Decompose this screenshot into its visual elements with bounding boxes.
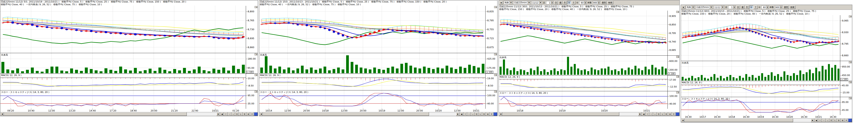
close-tool-button[interactable]: ✕ (672, 112, 676, 116)
fit-width-button[interactable]: ↔ (231, 112, 235, 116)
volume-plot[interactable]: 出来高 (0, 53, 246, 74)
spinner-arrows-icon[interactable]: ▲▼ (733, 6, 736, 9)
period-T-button[interactable]: T (572, 1, 576, 4)
pane-collapse-button[interactable]: ▼ (494, 91, 497, 93)
scrollbar-thumb[interactable] (502, 112, 619, 116)
clipped-tool-button[interactable] (676, 112, 679, 116)
pane-collapse-button[interactable]: ▼ (254, 53, 257, 56)
close-tool-button[interactable]: ✕ (490, 112, 493, 116)
zoom-out-button[interactable]: − (822, 118, 826, 122)
stoch-plot[interactable]: スロー・ストキャスティクス( 14, 3, 80, 20 ) (499, 91, 668, 109)
period-週-button[interactable]: 週 (741, 6, 744, 9)
day-mode-button[interactable]: D (657, 112, 660, 116)
bar-type-spinner[interactable]: 1▲▼ (546, 1, 554, 4)
chevron-down-icon[interactable]: ▼ (527, 1, 531, 4)
day-mode-button[interactable]: D (829, 118, 833, 122)
chevron-down-icon[interactable]: ▼ (710, 6, 713, 9)
zoom-out-button[interactable]: − (228, 112, 231, 116)
step-left-button[interactable]: ◀ (814, 118, 818, 122)
search-button[interactable]: 検索 (789, 6, 796, 9)
scroll-left-button[interactable]: ◀ (681, 118, 685, 122)
volume-plot[interactable]: 出来高 (499, 56, 668, 75)
contract-month-select[interactable]: 11/12▼ (714, 6, 724, 9)
period-週-button[interactable]: 週 (559, 1, 562, 4)
scrollbar-thumb[interactable] (263, 112, 429, 116)
instrument-type-select[interactable]: 先物▼ (686, 6, 695, 9)
pane-collapse-button[interactable]: ▼ (676, 76, 679, 78)
pane-collapse-button[interactable]: ▼ (494, 74, 497, 76)
period-日-button[interactable]: 日 (554, 1, 558, 4)
line-mode-button[interactable]: L (478, 112, 482, 116)
bar-count-spinner[interactable]: 900▲▼ (775, 6, 782, 9)
instrument-select[interactable]: 日経225mini▼ (513, 1, 531, 4)
price-plot[interactable] (259, 6, 485, 53)
price-plot[interactable] (499, 11, 668, 56)
apply-button[interactable]: 適用 (783, 6, 789, 9)
step-left-button[interactable]: ◀ (642, 112, 646, 116)
spinner-arrows-icon[interactable]: ▲▼ (551, 1, 553, 4)
chevron-down-icon[interactable]: ▼ (721, 6, 724, 9)
zoom-out-button[interactable]: − (467, 112, 471, 116)
price-plot[interactable] (0, 6, 246, 53)
scrollbar-track[interactable] (685, 118, 811, 122)
scrollbar-thumb[interactable] (4, 112, 187, 116)
magnify-button[interactable]: ⊕ (841, 118, 844, 122)
scrollbar-track[interactable] (502, 112, 638, 116)
pane-collapse-button[interactable]: ▼ (254, 74, 257, 76)
pane-collapse-button[interactable]: ▼ (254, 6, 257, 8)
zoom-out-button[interactable]: − (649, 112, 653, 116)
macd-plot[interactable]: MACD( 12, 26, 9 ) (681, 81, 840, 97)
period-月-button[interactable]: 月 (563, 1, 567, 4)
magnify-button[interactable]: ⊕ (486, 112, 490, 116)
scroll-right-button[interactable]: ▶ (217, 112, 220, 116)
line-mode-button[interactable]: L (660, 112, 664, 116)
toolbar-dropdown-button[interactable]: ▼ (681, 6, 685, 9)
spinner-arrows-icon[interactable]: ▲▼ (766, 6, 769, 9)
stoch-plot[interactable]: スロー・ストキャスティクス( 14, 3, 80, 20 ) (0, 91, 246, 109)
pane-collapse-button[interactable]: ▼ (676, 11, 679, 13)
bar-count-spinner[interactable]: 900▲▼ (593, 1, 600, 4)
bar-type-spinner[interactable]: 1▲▼ (728, 6, 736, 9)
scroll-right-button[interactable]: ▶ (456, 112, 460, 116)
volume-plot[interactable]: 出来高 (259, 53, 485, 74)
scroll-right-button[interactable]: ▶ (638, 112, 642, 116)
period-日-button[interactable]: 日 (736, 6, 740, 9)
period-分-button[interactable]: 分 (749, 6, 753, 9)
minutes-spinner[interactable]: 60▲▼ (579, 1, 587, 4)
chevron-down-icon[interactable]: ▼ (691, 6, 694, 9)
close-tool-button[interactable]: ✕ (250, 112, 254, 116)
line-mode-button[interactable]: L (239, 112, 243, 116)
bar-mode-button[interactable]: B (243, 112, 246, 116)
period-分-button[interactable]: 分 (567, 1, 571, 4)
bar-mode-button[interactable]: B (664, 112, 668, 116)
spinner-arrows-icon[interactable]: ▲▼ (584, 1, 587, 4)
zoom-in-button[interactable]: + (646, 112, 649, 116)
bar-mode-button[interactable]: B (482, 112, 486, 116)
pane-collapse-button[interactable]: ▼ (849, 61, 852, 63)
macd-plot[interactable]: MACD( 12, 26, 9 ) (0, 74, 246, 90)
spinner-arrows-icon[interactable]: ▲▼ (597, 1, 600, 4)
scroll-left-button[interactable]: ◀ (499, 112, 502, 116)
clipped-tool-button[interactable] (848, 118, 852, 122)
stoch-plot[interactable]: スロー・ストキャスティクス( 14, 3, 80, 20 ) (259, 91, 485, 109)
toolbar-dropdown-button[interactable]: ▼ (499, 1, 503, 4)
pane-collapse-button[interactable]: ▼ (254, 91, 257, 93)
pane-collapse-button[interactable]: ▼ (494, 53, 497, 56)
magnify-button[interactable]: ⊕ (668, 112, 672, 116)
bar-mode-button[interactable]: B (837, 118, 841, 122)
day-mode-button[interactable]: D (235, 112, 239, 116)
close-tool-button[interactable]: ✕ (844, 118, 848, 122)
clipped-tool-button[interactable] (254, 112, 258, 116)
step-left-button[interactable]: ◀ (460, 112, 463, 116)
contract-month-select[interactable]: 11/12▼ (531, 1, 542, 4)
step-left-button[interactable]: ◀ (220, 112, 224, 116)
pane-collapse-button[interactable]: ▼ (676, 56, 679, 58)
instrument-select[interactable]: 日経225mini▼ (695, 6, 713, 9)
minutes-spinner[interactable]: 60▲▼ (762, 6, 769, 9)
price-plot[interactable] (681, 15, 840, 61)
day-mode-button[interactable]: D (475, 112, 478, 116)
period-T-button[interactable]: T (754, 6, 757, 9)
pane-collapse-button[interactable]: ▼ (849, 15, 852, 18)
clipped-tool-button[interactable] (493, 112, 497, 116)
magnify-button[interactable]: ⊕ (246, 112, 250, 116)
